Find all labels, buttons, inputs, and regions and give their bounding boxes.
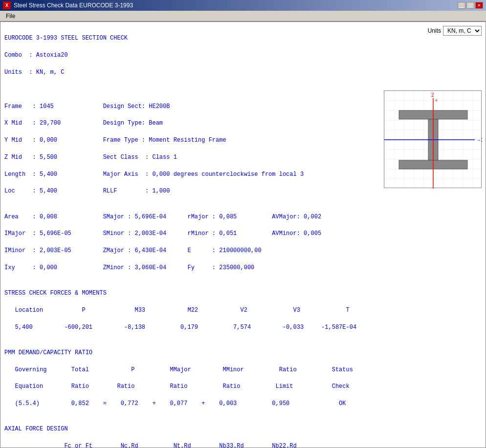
window-controls[interactable]: _ □ ✕ [458,2,483,9]
pmm-header: PMM DEMAND/CAPACITY RATIO [4,349,92,356]
menu-bar: File [0,11,486,21]
svg-text:→3: →3 [476,137,482,143]
section-diagram: →3 2 4 [384,90,482,188]
stress-header: STRESS CHECK FORCES & MOMENTS [4,290,107,297]
axial-col1: Fc or Ft Nc.Rd Nt.Rd Nb33.Rd Nb22.Rd [4,443,297,448]
prop-line-2: IMinor : 2,003E-05 ZMajor : 6,430E-04 E … [4,247,262,254]
maximize-button[interactable]: □ [466,2,474,9]
report-content: EUROCODE 3-1993 STEEL SECTION CHECK Comb… [4,26,482,448]
frame-line-4: Length : 5,400 Major Axis : 0,000 degree… [4,171,304,178]
units-line: Units : KN, m, C [4,69,64,76]
prop-line-3: Ixy : 0,000 ZMinor : 3,060E-04 Fy : 2350… [4,264,254,271]
frame-line-5: Loc : 5,400 RLLF : 1,000 [4,188,170,194]
frame-line-2: Y Mid : 0,000 Frame Type : Moment Resist… [4,137,226,144]
prop-line-1: IMajor : 5,696E-05 SMinor : 2,003E-04 rM… [4,230,321,237]
stress-col-headers: Location P M33 M22 V2 V3 T [4,307,350,314]
frame-line-0: Frame : 1045 Design Sect: HE200B [4,103,170,110]
minimize-button[interactable]: _ [458,2,465,9]
title-bar: X Steel Stress Check Data EUROCODE 3-199… [0,0,486,11]
pmm-row: (5.5.4) 0,852 = 0,772 + 0,077 + 0,003 0,… [4,400,346,407]
units-bar: Units KN, m, C KN, m, F kip, ft, F [428,26,482,36]
pmm-col2: Equation Ratio Ratio Ratio Ratio Limit C… [4,383,350,390]
axial-header: AXIAL FORCE DESIGN [4,426,68,432]
report-header: EUROCODE 3-1993 STEEL SECTION CHECK [4,35,128,42]
svg-text:4: 4 [435,98,438,103]
units-select[interactable]: KN, m, C KN, m, F kip, ft, F [443,26,482,36]
stress-row: 5,400 -600,201 -8,138 0,179 7,574 -0,033… [4,324,356,331]
close-button[interactable]: ✕ [475,2,483,9]
svg-text:2: 2 [431,92,434,98]
frame-line-1: X Mid : 29,700 Design Type: Beam [4,120,163,127]
prop-line-0: Area : 0,008 SMajor : 5,696E-04 rMajor :… [4,213,321,220]
main-content: Units KN, m, C KN, m, F kip, ft, F EUROC… [0,21,486,448]
window-title: Steel Stress Check Data EUROCODE 3-1993 [14,2,133,9]
app-icon: X [3,1,11,9]
frame-line-3: Z Mid : 5,500 Sect Class : Class 1 [4,154,177,161]
file-menu[interactable]: File [2,12,19,21]
combo-line: Combo : Astoxia20 [4,52,68,59]
pmm-col1: Governing Total P MMajor MMinor Ratio St… [4,366,353,373]
units-label: Units [428,27,441,34]
